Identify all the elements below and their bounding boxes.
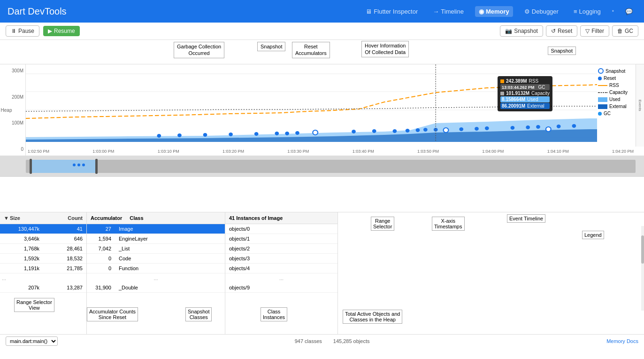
used-legend-icon: [598, 97, 607, 102]
svg-point-11: [157, 134, 161, 138]
acc-header-accumulator[interactable]: Accumulator: [87, 212, 126, 224]
resume-button[interactable]: ▶ Resume: [43, 26, 80, 36]
annotation-snapshot: Snapshot: [257, 42, 285, 51]
size-header-size[interactable]: ▼ Size: [0, 212, 43, 224]
range-selector[interactable]: [0, 156, 644, 177]
table-row[interactable]: 1,592k 18,532: [0, 254, 86, 264]
svg-point-31: [572, 124, 576, 128]
snapshot-button[interactable]: 📷 Snapshot: [500, 25, 543, 37]
range-fill: [31, 160, 96, 173]
svg-point-16: [275, 132, 279, 135]
instances-panel: 41 Instances of Image objects/0 objects/…: [225, 212, 338, 334]
table-row[interactable]: 0 Code: [87, 254, 225, 264]
range-dot-3: [82, 164, 85, 166]
svg-point-9: [352, 130, 356, 133]
range-dot-2: [77, 164, 80, 166]
topbar: Dart DevTools 🖥 Flutter Inspector → Time…: [0, 0, 644, 23]
nav-memory[interactable]: ◉ Memory: [475, 6, 513, 17]
nav-feedback[interactable]: 💬: [621, 6, 636, 17]
table-row[interactable]: 207k 13,287: [0, 283, 86, 293]
svg-point-28: [526, 125, 530, 129]
svg-point-22: [423, 128, 428, 132]
svg-point-30: [557, 125, 561, 128]
legend-item-used: Used: [598, 97, 640, 102]
tooltip-used-row: 8.158664M Used: [500, 96, 550, 102]
svg-point-12: [177, 133, 182, 137]
filter-icon: ▽: [585, 28, 590, 34]
table-row[interactable]: 130,447k 41: [0, 224, 86, 234]
svg-point-19: [392, 129, 397, 133]
table-row[interactable]: 1,191k 21,785: [0, 264, 86, 273]
toolbar: ⏸ Pause ▶ Resume 📷 Snapshot ↺ Reset ▽ Fi…: [0, 23, 644, 40]
gc-button[interactable]: 🗑 GC: [612, 25, 638, 37]
range-handle-right[interactable]: [95, 159, 98, 174]
nav-flutter-inspector[interactable]: 🖥 Flutter Inspector: [362, 6, 422, 17]
svg-point-10: [372, 129, 376, 133]
bottom-panels: ▼ Size Count 130,447k 41 3,646k 646: [0, 212, 644, 334]
list-item[interactable]: objects/1: [225, 234, 337, 244]
list-item[interactable]: objects/3: [225, 254, 337, 264]
nav-logging[interactable]: ≡ Logging: [570, 6, 605, 17]
svg-point-24: [459, 127, 463, 131]
play-icon: ▶: [48, 28, 52, 34]
table-row[interactable]: 7,042 _List: [87, 244, 225, 254]
svg-point-15: [254, 132, 259, 136]
size-panel-header: ▼ Size Count: [0, 212, 86, 224]
table-row[interactable]: 31,900 _Double: [87, 283, 225, 293]
acc-header-class[interactable]: Class: [126, 212, 147, 224]
memory-docs-link[interactable]: Memory Docs: [606, 338, 638, 344]
legend-item-reset: Reset: [598, 76, 640, 81]
acc-panel-header: Accumulator Class: [87, 212, 225, 224]
snapshot-legend-icon: [598, 68, 604, 74]
acc-ellipsis: ...: [87, 273, 225, 283]
snapshot-icon: 📷: [505, 28, 512, 34]
list-item[interactable]: objects/0: [225, 224, 337, 234]
chart-section: 300M 200M 100M 0 Heap: [0, 64, 644, 212]
table-row[interactable]: 27 Image: [87, 224, 225, 234]
chart-x-axis: 1:02:50 PM 1:03:00 PM 1:03:10 PM 1:03:20…: [26, 147, 636, 156]
pause-icon: ⏸: [11, 28, 16, 34]
annotation-snapshot-right: Snapshot: [548, 47, 576, 55]
svg-point-14: [229, 133, 233, 136]
main-content: ⏸ Pause ▶ Resume 📷 Snapshot ↺ Reset ▽ Fi…: [0, 23, 644, 359]
rss-legend-icon: [598, 85, 607, 86]
main-selector[interactable]: main.dart:main(): [6, 336, 58, 346]
tooltip-capacity-row: 101.9132M Capacity: [500, 91, 550, 96]
reset-button[interactable]: ↺ Reset: [546, 25, 577, 37]
size-header-count[interactable]: Count: [43, 212, 86, 224]
annotation-hover-info: Hover Information Of Collected Data: [361, 41, 409, 57]
nav-timeline[interactable]: → Timeline: [429, 6, 468, 17]
mobile-icon: 🖥: [366, 8, 372, 15]
svg-point-26: [485, 126, 489, 130]
table-row[interactable]: 1,594 EngineLayer: [87, 234, 225, 244]
svg-point-20: [406, 129, 410, 133]
logging-icon: ≡: [574, 8, 577, 15]
instances-header: 41 Instances of Image: [225, 212, 337, 224]
legend-item-rss: RSS: [598, 83, 640, 88]
svg-point-13: [203, 133, 207, 137]
size-panel-body: 130,447k 41 3,646k 646 1,768k 28,461 1,5…: [0, 224, 86, 334]
chart-legend: Snapshot Reset RSS Capacity Used: [598, 68, 640, 116]
list-item[interactable]: objects/2: [225, 244, 337, 254]
pause-button[interactable]: ⏸ Pause: [6, 25, 39, 37]
filter-button[interactable]: ▽ Filter: [580, 25, 609, 37]
reset-legend-icon: [598, 77, 602, 80]
list-item[interactable]: objects/9: [225, 283, 337, 293]
table-row[interactable]: 0 Function: [87, 264, 225, 273]
statusbar-center: 947 classes 145,285 objects: [295, 338, 370, 344]
tooltip-rss-row: 242.389M RSS: [500, 78, 550, 84]
svg-point-27: [511, 126, 515, 130]
nav-debugger[interactable]: ⚙ Debugger: [521, 6, 562, 17]
table-row[interactable]: 3,646k 646: [0, 234, 86, 244]
reset-icon: ↺: [551, 28, 556, 34]
chart-container[interactable]: 300M 200M 100M 0 Heap: [0, 64, 644, 156]
objects-count: 145,285 objects: [333, 338, 370, 344]
instances-body: objects/0 objects/1 objects/2 objects/3 …: [225, 224, 337, 334]
memory-icon: ◉: [479, 8, 484, 15]
hover-tooltip: 242.389M RSS 13:03:44.262 PM GC 101.9132…: [498, 76, 552, 111]
list-item[interactable]: objects/4: [225, 264, 337, 273]
svg-point-8: [546, 127, 551, 132]
range-handle-left[interactable]: [30, 159, 32, 174]
accumulator-panel: Accumulator Class 27 Image 1,594 EngineL…: [87, 212, 225, 334]
table-row[interactable]: 1,768k 28,461: [0, 244, 86, 254]
